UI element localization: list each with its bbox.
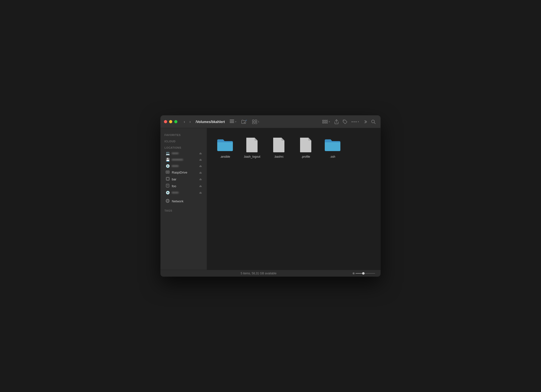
svg-rect-13 [326,120,328,121]
sidebar-label-bar: bar [172,177,197,181]
file-item-profile[interactable]: .profile [293,134,318,161]
doc-icon-profile [297,136,314,154]
doc-icon-bashrc [270,136,288,154]
share-icon [334,119,339,124]
zoom-slider[interactable] [353,272,377,274]
chevron-down2-icon: ▼ [328,121,330,123]
path-label: /Volumes/bkahlert [196,120,225,124]
sidebar-label-loc3: •••••• [172,164,197,168]
svg-rect-0 [230,120,234,120]
sidebar: Favorites iCloud Locations 💻 •••••• ⏏ 💾 … [161,128,207,270]
main-content: Favorites iCloud Locations 💻 •••••• ⏏ 💾 … [161,128,380,270]
new-folder-button[interactable]: + [240,119,249,125]
back-button[interactable]: ‹ [182,119,186,125]
drive-icon-loc3: 💿 [165,164,170,168]
share-button[interactable] [333,118,340,125]
chevron-down3-icon: ▼ [357,121,359,123]
traffic-lights [164,120,177,123]
computer-icon: 💻 [165,151,170,155]
sidebar-item-loc2[interactable]: 💾 •••••••••• ⏏ [162,156,206,163]
sidebar-section-locations: Locations [161,145,207,150]
file-area: .ansible .bash_logout [207,128,380,270]
more-button[interactable]: ▼ [350,120,361,124]
tag-icon [343,119,347,124]
sidebar-section-favorites: Favorites [161,132,207,137]
svg-rect-1 [230,121,234,122]
svg-rect-10 [323,122,324,123]
doc-icon-bash-logout [243,136,261,154]
sidebar-item-loc4[interactable]: 💿 •••••• ⏏ [162,189,206,196]
svg-rect-14 [326,122,328,123]
sidebar-label-loc4: •••••• [172,191,197,195]
svg-point-15 [344,120,344,121]
file-label-bash-logout: .bash_logout [244,155,260,159]
icon-view-icon [252,120,257,124]
sidebar-item-raspidrive[interactable]: RaspiDrive ⏏ [162,169,206,176]
svg-rect-11 [325,120,326,121]
svg-rect-12 [325,122,326,123]
zoom-min-icon [353,272,355,274]
search-icon [371,120,376,124]
file-item-bash-logout[interactable]: .bash_logout [240,134,264,161]
close-button[interactable] [164,120,167,123]
file-item-ssh[interactable]: .ssh [320,134,345,161]
more-icon [351,121,357,123]
list-view-icon [230,120,234,124]
svg-point-16 [352,121,353,122]
file-label-ssh: .ssh [330,155,335,159]
sidebar-label-raspidrive: RaspiDrive [172,171,197,174]
eject-icon-bar[interactable]: ⏏ [199,177,202,181]
sidebar-item-bar[interactable]: bar ⏏ [162,176,206,183]
expand-button[interactable] [362,119,369,125]
arrange-button[interactable]: ▼ [321,119,332,125]
foo-icon [165,184,170,188]
sidebar-label-loc2: •••••••••• [172,158,197,162]
tag-button[interactable] [341,118,349,125]
chevron-up-down-icon: ⇅ [258,121,260,123]
sidebar-item-loc3[interactable]: 💿 •••••• ⏏ [162,163,206,169]
eject-icon-loc1[interactable]: ⏏ [199,152,202,155]
toolbar-right: ▼ [321,118,377,125]
sidebar-label-network: Network [172,199,202,203]
eject-icon-raspidrive[interactable]: ⏏ [199,171,202,174]
drive-icon-loc2: 💾 [165,158,170,162]
svg-rect-5 [252,120,254,122]
finder-window: ‹ › /Volumes/bkahlert ▼ [161,115,380,277]
sidebar-label-foo: foo [172,184,197,188]
icon-view-button[interactable]: ⇅ [251,119,261,125]
file-label-ansible: .ansible [220,155,230,159]
drive-icon-loc4: 💿 [165,191,170,195]
file-item-ansible[interactable]: .ansible [213,134,237,161]
svg-point-17 [354,121,355,122]
list-view-button[interactable]: ▼ [228,119,238,125]
network-icon [165,199,170,204]
toolbar: ‹ › /Volumes/bkahlert ▼ [182,118,377,125]
svg-rect-6 [255,120,257,122]
forward-button[interactable]: › [188,119,192,125]
eject-icon-foo[interactable]: ⏏ [199,184,202,188]
status-text: 5 items, 58,31 GB available [164,272,353,275]
zoom-track[interactable] [356,273,375,274]
arrange-icon [322,120,328,124]
fullscreen-button[interactable] [174,120,177,123]
search-button[interactable] [370,119,377,125]
eject-icon-loc3[interactable]: ⏏ [199,164,202,168]
eject-icon-loc2[interactable]: ⏏ [199,158,202,161]
svg-rect-7 [252,122,254,124]
eject-icon-loc4[interactable]: ⏏ [199,191,202,194]
raspidrive-icon [165,170,170,175]
svg-rect-25 [167,178,169,180]
status-bar: 5 items, 58,31 GB available [161,270,380,277]
file-item-bashrc[interactable]: .bashrc [267,134,291,161]
svg-rect-2 [230,122,234,123]
svg-rect-9 [323,120,324,121]
sidebar-item-loc1[interactable]: 💻 •••••• ⏏ [162,150,206,156]
bar-icon [165,177,170,181]
file-label-profile: .profile [301,155,310,159]
sidebar-item-foo[interactable]: foo ⏏ [162,183,206,189]
file-label-bashrc: .bashrc [274,155,283,159]
svg-point-18 [356,121,357,122]
minimize-button[interactable] [169,120,172,123]
chevron-down-icon: ▼ [235,121,237,123]
sidebar-item-network[interactable]: Network [162,198,206,205]
